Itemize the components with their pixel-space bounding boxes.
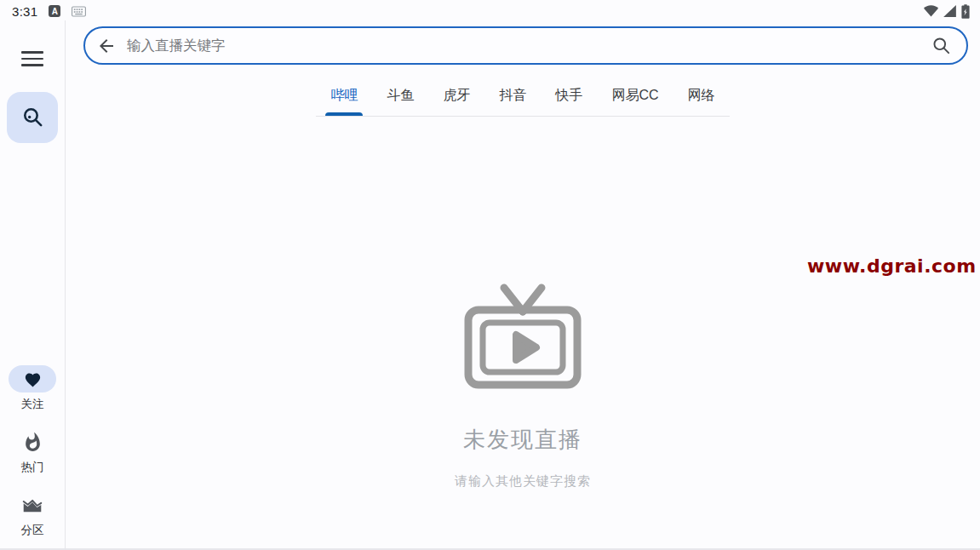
tv-play-icon	[462, 282, 583, 389]
clock: 3:31	[12, 4, 37, 19]
notification-app-icon: A	[49, 5, 60, 17]
empty-state: 未发现直播 请输入其他关键字搜索	[66, 117, 980, 490]
arrow-left-icon	[96, 36, 117, 56]
flame-icon	[22, 432, 43, 453]
tab-huya[interactable]: 虎牙	[428, 75, 484, 116]
nav-label-follow: 关注	[21, 397, 44, 412]
search-input[interactable]	[127, 37, 921, 54]
area-chart-icon	[21, 494, 43, 516]
hamburger-icon	[21, 51, 43, 54]
keyboard-icon	[72, 6, 86, 17]
main-area: 哔哩 斗鱼 虎牙 抖音 快手 网易CC 网络 未发现直播	[66, 20, 980, 550]
magnifier-icon	[931, 36, 951, 55]
search-bar	[83, 26, 968, 65]
menu-button[interactable]	[21, 51, 43, 66]
rail-items: 关注 热门	[9, 365, 56, 550]
nav-label-sections: 分区	[21, 523, 44, 538]
empty-subtitle: 请输入其他关键字搜索	[455, 473, 591, 490]
tab-douyin[interactable]: 抖音	[484, 75, 541, 116]
empty-title: 未发现直播	[463, 425, 582, 455]
tab-douyu[interactable]: 斗鱼	[372, 75, 428, 116]
tab-bilibili[interactable]: 哔哩	[316, 75, 372, 116]
tab-wangyicc[interactable]: 网易CC	[597, 75, 673, 116]
tab-strip: 哔哩 斗鱼 虎牙 抖音 快手 网易CC 网络	[66, 75, 980, 117]
app-window: 3:31 A	[0, 0, 980, 550]
navigation-rail: 关注 热门	[0, 20, 66, 550]
cell-signal-icon	[943, 5, 956, 17]
watermark: www.dgrai.com	[807, 255, 977, 277]
search-icon	[21, 106, 44, 129]
status-bar: 3:31 A	[0, 0, 980, 20]
nav-item-hot[interactable]: 热门	[21, 428, 44, 475]
active-pill	[9, 365, 56, 392]
nav-item-follow[interactable]: 关注	[9, 365, 56, 412]
heart-icon	[24, 371, 42, 387]
nav-label-hot: 热门	[21, 460, 44, 475]
search-submit-button[interactable]	[931, 36, 951, 55]
wifi-icon	[924, 5, 938, 17]
search-fab[interactable]	[7, 92, 58, 143]
battery-charging-icon	[961, 4, 970, 19]
back-button[interactable]	[96, 36, 117, 56]
nav-item-sections[interactable]: 分区	[21, 491, 44, 538]
tab-wangluo[interactable]: 网络	[673, 75, 730, 116]
tab-kuaishou[interactable]: 快手	[541, 75, 597, 116]
